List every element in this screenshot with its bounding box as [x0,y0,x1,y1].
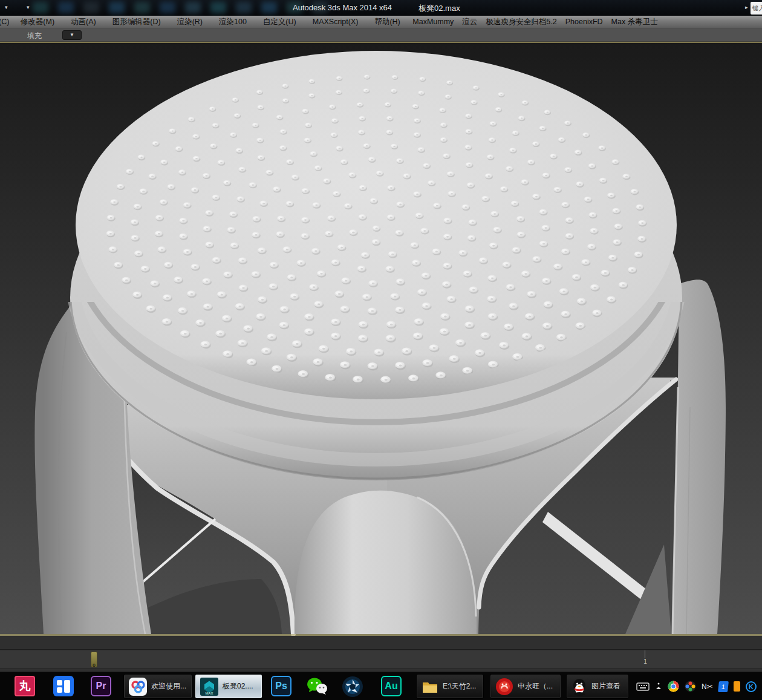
window-menu-icon[interactable]: ▾ [5,4,8,10]
wan-label: 丸 [19,678,31,694]
menu-item-phoenixfd[interactable]: PhoenixFD [561,18,607,26]
welcome-app-icon [129,678,147,696]
folder-button-label: E:\天竹2... [443,681,476,692]
stool-render [0,42,762,636]
frame-tick-label: 1 [641,658,650,665]
menu-item-modifiers[interactable]: 修改器(M) [12,17,62,27]
app-title: Autodesk 3ds Max 2014 x64 [293,3,392,12]
aperture-app-icon[interactable] [342,676,363,700]
svg-text:MAX: MAX [205,692,213,695]
nx-tray-icon[interactable]: N✂ [702,682,713,691]
menu-item-graph-editors[interactable]: 图形编辑器(D) [104,17,169,27]
fill-label[interactable]: 填充 [27,31,42,41]
viewport-3d[interactable] [0,42,762,636]
menu-item-rendering[interactable]: 渲染(R) [169,17,210,27]
secondary-toolbar: 填充 ▼ [0,28,762,42]
taskbar-button-wangwang[interactable]: 申永旺（... [490,674,561,699]
folder-icon [422,679,438,694]
audition-label: Au [385,681,397,692]
status-area: 0 1 [0,636,762,672]
status-strip [0,636,762,650]
taskbar: 丸 Pr 欢迎使用... MAX 板凳02.... Ps Au E:\天竹2..… [0,672,762,700]
blurred-toolbar-icon [33,2,48,13]
taskbar-button-qq[interactable]: 图片查看 [566,674,629,699]
photoshop-icon[interactable]: Ps [271,676,291,696]
film-app-icon[interactable] [53,676,74,699]
keyboard-tray-icon[interactable] [636,682,650,692]
document-title: 板凳02.max [418,3,460,14]
blurred-toolbar-icon [236,2,252,13]
fill-dropdown[interactable]: ▼ [62,30,82,40]
system-tray: N✂ 1 K [636,672,757,700]
one-tray-icon[interactable]: 1 [718,681,729,692]
usb-tray-icon[interactable] [734,681,740,692]
menu-item-slimming[interactable]: 极速瘦身安全归档5.2 [481,17,561,27]
blurred-toolbar-icon [261,2,277,13]
pinwheel-tray-icon[interactable] [685,681,696,692]
stool-seat-lip-shading [76,51,677,399]
quick-access-toolbar-blurred [33,2,328,13]
stool-leg-right [672,280,726,634]
taskbar-button-welcome[interactable]: 欢迎使用... [123,674,192,699]
max-button-label: 板凳02.... [223,681,253,692]
track-bar[interactable]: 0 1 [0,650,762,669]
time-slider[interactable]: 0 [91,652,97,667]
frame-tick [645,650,645,658]
blurred-toolbar-icon [185,2,201,13]
premiere-label: Pr [96,681,106,692]
menu-item-help[interactable]: 帮助(H) [366,17,408,27]
menu-bar: (C) 修改器(M) 动画(A) 图形编辑器(D) 渲染(R) 渲染100 自定… [0,16,762,28]
blurred-toolbar-icon [134,2,150,13]
wangwang-icon [495,678,513,696]
welcome-button-label: 欢迎使用... [151,681,186,692]
wangwang-button-label: 申永旺（... [518,681,553,692]
menu-item-renderbus[interactable]: 渲云 [458,17,481,27]
photoshop-label: Ps [275,681,287,692]
taskbar-button-max[interactable]: MAX 板凳02.... [195,674,262,699]
viewport-border-top [0,42,762,43]
blurred-toolbar-icon [210,2,226,13]
menu-item-maxmummy[interactable]: MaxMummy [408,18,458,26]
menu-item-antivirus[interactable]: Max 杀毒卫士 [607,17,662,27]
menu-item-animation[interactable]: 动画(A) [63,17,105,27]
tray-expand-icon[interactable] [655,682,662,692]
qq-button-label: 图片查看 [591,681,620,692]
blurred-toolbar-icon [58,2,74,13]
audition-icon[interactable]: Au [381,676,402,696]
search-expand-icon[interactable]: ▸ [745,4,748,10]
toolbar-overflow-icon[interactable]: ▾ [27,4,30,10]
blurred-toolbar-icon [83,2,99,13]
menu-item-maxscript[interactable]: MAXScript(X) [304,18,366,26]
menu-item-render100[interactable]: 渲染100 [211,17,255,27]
search-input[interactable]: 键入关 [751,2,762,15]
blurred-toolbar-icon [109,2,125,13]
taskbar-button-folder[interactable]: E:\天竹2... [416,674,484,699]
chrome-tray-icon[interactable] [668,681,679,692]
premiere-icon[interactable]: Pr [91,676,111,696]
menu-item-create[interactable]: (C) [0,18,12,26]
blurred-toolbar-icon [160,2,175,13]
k-tray-icon[interactable]: K [746,681,757,692]
wan-app-icon[interactable]: 丸 [15,676,35,696]
wechat-icon[interactable] [305,676,328,699]
qq-icon [572,678,587,696]
title-bar: ▾ ▾ Autodesk 3ds Max 2014 x64 板凳02.max ▸… [0,0,762,16]
menu-item-customize[interactable]: 自定义(U) [255,17,304,27]
max-app-icon: MAX [200,678,218,696]
